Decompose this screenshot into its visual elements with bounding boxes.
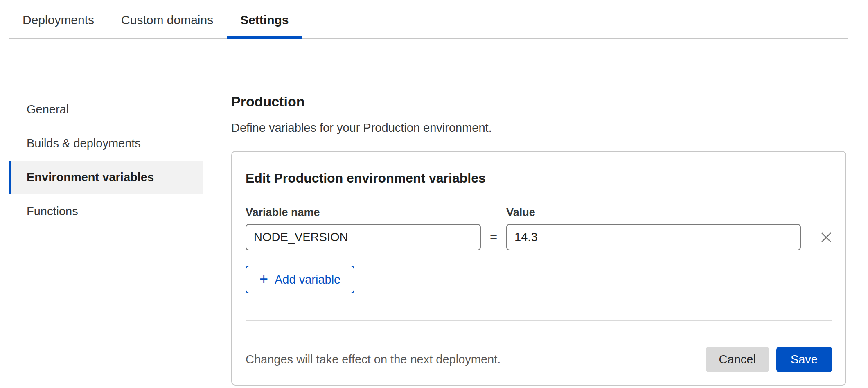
edit-variables-card: Edit Production environment variables Va…	[231, 151, 846, 386]
sidebar-item-environment-variables[interactable]: Environment variables	[9, 161, 203, 194]
add-variable-button[interactable]: + Add variable	[246, 266, 354, 293]
tab-custom-domains[interactable]: Custom domains	[108, 7, 227, 38]
sidebar-item-functions[interactable]: Functions	[9, 195, 203, 228]
settings-sidebar: General Builds & deployments Environment…	[9, 93, 203, 229]
section-description: Define variables for your Production env…	[231, 121, 846, 135]
variable-name-field: Variable name	[246, 206, 481, 250]
sidebar-item-general[interactable]: General	[9, 93, 203, 126]
tab-bar: Deployments Custom domains Settings	[9, 0, 848, 39]
variable-value-input[interactable]	[506, 224, 801, 250]
tab-settings[interactable]: Settings	[227, 7, 302, 38]
sidebar-item-builds-deployments[interactable]: Builds & deployments	[9, 127, 203, 160]
save-button[interactable]: Save	[776, 347, 832, 372]
cancel-button[interactable]: Cancel	[706, 347, 769, 372]
add-variable-label: Add variable	[275, 273, 340, 286]
environment-variables-panel: Production Define variables for your Pro…	[231, 39, 846, 386]
section-title: Production	[231, 94, 846, 110]
footer-actions: Cancel Save	[706, 347, 832, 372]
card-footer: Changes will take effect on the next dep…	[246, 347, 832, 372]
value-label: Value	[506, 206, 801, 219]
variable-name-label: Variable name	[246, 206, 481, 219]
settings-content: General Builds & deployments Environment…	[0, 39, 868, 386]
variable-row: Variable name = Value	[246, 206, 832, 250]
card-divider	[246, 320, 832, 321]
tab-deployments[interactable]: Deployments	[9, 7, 108, 38]
footer-note: Changes will take effect on the next dep…	[246, 353, 501, 366]
remove-variable-button[interactable]	[819, 224, 834, 250]
x-icon	[820, 231, 832, 244]
plus-icon: +	[259, 272, 268, 286]
variable-value-field: Value	[506, 206, 801, 250]
card-title: Edit Production environment variables	[246, 171, 832, 186]
variable-name-input[interactable]	[246, 224, 481, 250]
equals-sign: =	[490, 224, 497, 250]
